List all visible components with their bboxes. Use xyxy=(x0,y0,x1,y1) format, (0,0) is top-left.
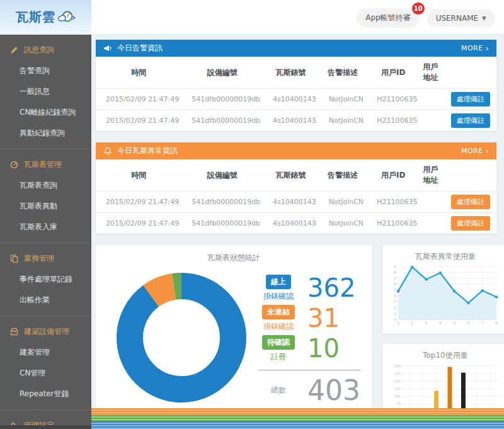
sidebar-section-header[interactable]: 瓦斯表管理 xyxy=(0,158,91,175)
table-cell: 541dfb00000019db xyxy=(181,89,263,110)
total-value: 403 xyxy=(307,377,360,404)
sidebar-item[interactable]: 瓦斯表異動 xyxy=(0,196,91,217)
today-gas-abnormal-panel-header: 今日瓦斯異常資訊 MORE › xyxy=(96,142,496,159)
chevron-right-icon: › xyxy=(486,147,489,155)
process-note-button[interactable]: 處理備註 xyxy=(451,216,490,231)
column-header: 告警描述 xyxy=(319,159,367,192)
column-header: 瓦斯錶號 xyxy=(263,57,319,89)
column-header: 設備編號 xyxy=(181,57,263,89)
top10-usage-card-title: Top10使用量 xyxy=(388,350,503,361)
column-header: 告警描述 xyxy=(319,57,367,89)
table-row: 2015/02/09 21:47:49541dfb00000019db4s104… xyxy=(96,192,496,213)
sidebar-item[interactable]: 告警查詢 xyxy=(0,60,91,81)
sidebar-item[interactable]: 瓦斯表入庫 xyxy=(0,217,91,237)
app-account-pending-button[interactable]: App帳號待審 10 xyxy=(357,8,419,28)
status-stat: 待確認註冊10 xyxy=(258,335,360,362)
today-gas-abnormal-panel: 今日瓦斯異常資訊 MORE › 時間設備編號瓦斯錶號告警描述用戶ID用戶地址 2… xyxy=(96,142,496,234)
table-cell-action: 處理備註 xyxy=(441,110,496,132)
table-cell: NotJoinCN xyxy=(319,192,367,213)
table-cell: NotJoinCN xyxy=(319,89,367,110)
username-menu-button[interactable]: USERNAME ▼ xyxy=(427,9,495,27)
more-label: MORE xyxy=(461,44,483,52)
column-header: 用戶地址 xyxy=(420,159,441,192)
status-sub-label: 掛錶確認 xyxy=(258,291,299,302)
table-cell: NotJoinCN xyxy=(319,213,367,234)
sidebar-section-header[interactable]: 建築設備管理 xyxy=(0,325,91,342)
svg-text:9: 9 xyxy=(394,265,396,268)
svg-text:3: 3 xyxy=(425,321,428,325)
footer-stripes xyxy=(91,408,504,429)
table-cell: 2015/02/09 21:47:49 xyxy=(96,192,181,213)
status-badge: 待確認 xyxy=(262,335,295,350)
sidebar-item[interactable]: Repeater登錄 xyxy=(0,384,91,404)
top-header: 瓦斯雲 App帳號待審 10 USERNAME ▼ xyxy=(0,0,504,35)
table-cell xyxy=(420,213,441,234)
sidebar-item[interactable]: CN離線紀錄查詢 xyxy=(0,102,91,123)
process-note-button[interactable]: 處理備註 xyxy=(451,195,490,209)
svg-text:2: 2 xyxy=(394,306,396,309)
sidebar-item[interactable]: CN管理 xyxy=(0,363,91,384)
abnormal-usage-card: 瓦斯表異常使用量 012345678912345678 xyxy=(383,245,504,334)
table-cell-action: 處理備註 xyxy=(441,192,496,213)
abnormal-usage-line-chart: 012345678912345678 xyxy=(390,263,501,329)
svg-text:7: 7 xyxy=(394,277,396,280)
sidebar-section: 業務管理事件處理單記錄出帳作業 xyxy=(0,243,91,316)
process-note-button[interactable]: 處理備註 xyxy=(451,113,490,128)
sidebar-item[interactable]: 一般訊息 xyxy=(0,81,91,102)
alerts-more-link[interactable]: MORE › xyxy=(461,44,489,52)
bell-icon xyxy=(103,147,112,156)
meter-status-card: 瓦斯表狀態統計 線上掛錶確認362未連結掛錶確認31待確認註冊10總數403 xyxy=(96,245,372,429)
gauge-cloud-logo-icon xyxy=(58,11,76,25)
svg-text:75: 75 xyxy=(397,402,401,406)
svg-text:0: 0 xyxy=(394,317,396,321)
column-header: 瓦斯錶號 xyxy=(263,159,319,192)
table-cell: H21100635 xyxy=(367,89,420,110)
abnormal-table: 時間設備編號瓦斯錶號告警描述用戶ID用戶地址 2015/02/09 21:47:… xyxy=(96,159,496,234)
abnormal-more-link[interactable]: MORE › xyxy=(461,147,489,155)
column-header: 用戶ID xyxy=(367,57,420,89)
sidebar-section-header[interactable]: 訊息查詢 xyxy=(0,43,91,60)
main-content: 今日告警資訊 MORE › 時間設備編號瓦斯錶號告警描述用戶ID用戶地址 201… xyxy=(91,35,504,429)
meter-status-donut-chart xyxy=(108,265,255,411)
logo[interactable]: 瓦斯雲 xyxy=(0,0,91,35)
svg-text:6: 6 xyxy=(467,321,470,325)
process-note-button[interactable]: 處理備註 xyxy=(451,92,490,106)
table-cell: 541dfb00000019db xyxy=(181,110,263,132)
pen-icon xyxy=(10,46,18,54)
status-value: 10 xyxy=(307,336,340,361)
sidebar-item[interactable]: 瓦斯表查詢 xyxy=(0,175,91,196)
svg-text:6: 6 xyxy=(394,282,396,286)
column-header: 用戶地址 xyxy=(420,57,441,89)
megaphone-icon xyxy=(103,44,112,53)
files-icon xyxy=(10,255,18,263)
status-sub-label: 註冊 xyxy=(258,352,299,362)
table-row: 2015/02/09 21:47:49541dfb00000019db4s104… xyxy=(96,213,496,234)
column-header: 設備編號 xyxy=(181,159,263,192)
svg-text:175: 175 xyxy=(394,372,401,375)
column-header-action xyxy=(441,57,496,89)
svg-text:1: 1 xyxy=(394,312,396,316)
abnormal-table-header-row: 時間設備編號瓦斯錶號告警描述用戶ID用戶地址 xyxy=(96,159,496,192)
today-alerts-panel: 今日告警資訊 MORE › 時間設備編號瓦斯錶號告警描述用戶ID用戶地址 201… xyxy=(96,40,496,131)
status-total-row: 總數403 xyxy=(258,370,360,404)
chevron-down-icon: ▼ xyxy=(482,15,486,21)
sidebar-section: 訊息查詢告警查詢一般訊息CN離線紀錄查詢異動紀錄查詢 xyxy=(0,35,91,149)
svg-text:125: 125 xyxy=(394,387,401,391)
svg-text:3: 3 xyxy=(394,300,396,304)
table-cell: 4s10400143 xyxy=(263,89,319,110)
alerts-table: 時間設備編號瓦斯錶號告警描述用戶ID用戶地址 2015/02/09 21:47:… xyxy=(96,57,496,131)
column-header-action xyxy=(441,159,496,192)
status-value: 362 xyxy=(307,275,355,300)
sidebar-item[interactable]: 事件處理單記錄 xyxy=(0,269,91,290)
column-header: 時間 xyxy=(96,57,181,89)
svg-text:5: 5 xyxy=(453,321,455,325)
sidebar-item[interactable]: 出帳作業 xyxy=(0,290,91,311)
svg-text:8: 8 xyxy=(394,270,396,274)
more-label: MORE xyxy=(461,147,483,155)
sidebar-section: 建築設備管理建案管理CN管理Repeater登錄 xyxy=(0,316,91,410)
sidebar-section-label: 訊息查詢 xyxy=(24,45,54,55)
sidebar-section-header[interactable]: 業務管理 xyxy=(0,252,91,269)
table-cell xyxy=(420,192,441,213)
sidebar-item[interactable]: 異動紀錄查詢 xyxy=(0,123,91,144)
sidebar-item[interactable]: 建案管理 xyxy=(0,342,91,363)
